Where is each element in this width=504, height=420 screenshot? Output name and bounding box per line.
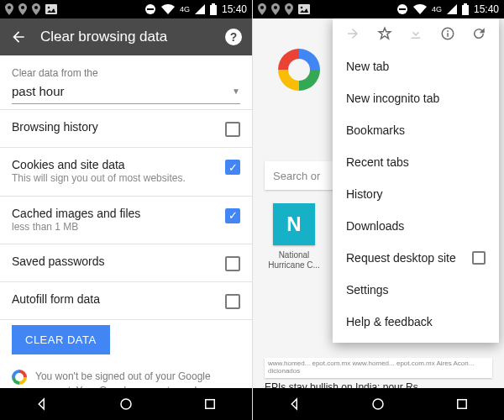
tile-letter: N [273,203,315,245]
checkbox[interactable] [225,208,240,223]
refresh-icon[interactable] [470,25,487,42]
search-input[interactable]: Search or [265,161,336,190]
option-sublabel: less than 1 MB [12,221,217,234]
timerange-label: Clear data from the [12,67,240,79]
nav-recent-icon[interactable] [454,396,470,412]
image-icon [45,4,57,14]
option-browsing-history[interactable]: Browsing history [12,110,240,147]
checkbox[interactable] [472,251,486,265]
option-cookies[interactable]: Cookies and site data This will sign you… [12,148,240,196]
svg-rect-0 [45,4,57,14]
option-label: Cookies and site data [12,158,217,171]
google-note-text: You won't be signed out of your Google a… [35,370,237,388]
nav-bar [253,388,504,420]
location-icon [5,3,13,15]
help-icon[interactable]: ? [225,29,242,45]
dnd-icon [396,3,408,15]
svg-point-9 [301,7,303,9]
location-icon [271,3,280,15]
location-icon [18,3,27,15]
chrome-home: Search or N National Hurricane C... DOGn… [253,18,504,388]
battery-icon [210,3,217,15]
status-bar: 4G 15:40 [253,0,504,18]
battery-icon [462,3,469,15]
signal-icon [195,4,205,14]
option-label: Saved passwords [12,255,217,268]
svg-rect-11 [399,8,406,10]
menu-settings[interactable]: Settings [333,274,499,306]
menu-new-tab[interactable]: New tab [333,50,499,82]
svg-rect-16 [447,33,449,37]
checkbox[interactable] [225,160,240,175]
phone-right: 4G 15:40 Search or N National Hurricane … [252,0,504,420]
menu-recent-tabs[interactable]: Recent tabs [333,146,499,178]
option-label: Autofill form data [12,292,217,306]
svg-point-1 [48,7,50,9]
google-logo-icon [12,370,27,385]
option-sublabel: This will sign you out of most websites. [12,172,217,186]
svg-rect-18 [458,400,467,409]
signal-icon [447,4,457,14]
option-passwords[interactable]: Saved passwords [12,244,240,281]
option-label: Cached images and files [12,207,217,220]
wifi-icon [413,4,427,14]
menu-request-desktop[interactable]: Request desktop site [333,242,499,274]
tile-label: National Hurricane C... [265,250,323,270]
nav-home-icon[interactable] [370,396,386,412]
option-autofill[interactable]: Autofill form data [12,282,240,319]
svg-point-6 [121,399,131,409]
nav-recent-icon[interactable] [202,396,218,412]
svg-rect-8 [298,4,310,14]
svg-rect-7 [206,400,215,409]
phone-left: 4G 15:40 Clear browsing data ? Clear dat… [0,0,252,420]
google-account-note: You won't be signed out of your Google a… [12,370,240,388]
page-title: Clear browsing data [40,29,212,45]
shortcut-tile[interactable]: N National Hurricane C... [265,203,323,270]
checkbox[interactable] [225,256,240,271]
menu-bookmarks[interactable]: Bookmarks [333,114,499,146]
location-icon [258,3,266,15]
info-icon[interactable] [439,25,456,42]
checkbox[interactable] [225,122,240,137]
menu-help[interactable]: Help & feedback [333,306,499,338]
signal-text: 4G [432,5,442,13]
download-icon[interactable] [407,25,424,42]
svg-point-17 [373,399,383,409]
timerange-dropdown[interactable]: past hour ▼ [12,79,240,104]
forward-icon[interactable] [344,25,361,42]
location-icon [32,3,40,15]
svg-rect-5 [212,3,215,5]
clear-data-content: Clear data from the past hour ▼ Browsing… [0,55,252,388]
dnd-icon [144,3,156,15]
svg-rect-3 [147,8,154,10]
nav-back-icon[interactable] [34,396,50,412]
checkbox[interactable] [225,294,240,309]
option-label: Browsing history [12,120,217,134]
menu-icon-row [333,18,499,50]
google-logo-icon [278,49,320,91]
star-icon[interactable] [376,25,393,42]
clock: 15:40 [474,3,499,15]
suggestion-card[interactable]: www.homed... epot.com.mx www.homed... ep… [265,358,492,378]
location-icon [285,3,293,15]
svg-rect-4 [210,5,217,15]
menu-new-incognito[interactable]: New incognito tab [333,82,499,114]
suggestion-cards: www.homed... epot.com.mx www.homed... ep… [265,358,492,378]
status-bar: 4G 15:40 [0,0,252,18]
option-cache[interactable]: Cached images and files less than 1 MB [12,197,240,244]
timerange-value: past hour [12,84,65,98]
wifi-icon [161,4,175,14]
back-icon[interactable] [10,29,27,45]
nav-home-icon[interactable] [118,396,134,412]
clear-data-button[interactable]: CLEAR DATA [12,325,110,354]
menu-downloads[interactable]: Downloads [333,210,499,242]
svg-point-15 [447,30,449,32]
image-icon [298,4,310,14]
nav-back-icon[interactable] [287,396,302,412]
svg-rect-13 [464,3,467,5]
article-headline[interactable]: EPIs stay bullish on India: pour Rs [265,381,418,388]
overflow-menu: New tab New incognito tab Bookmarks Rece… [333,18,499,343]
search-placeholder: Search or [273,170,320,182]
clock: 15:40 [222,3,247,15]
menu-history[interactable]: History [333,178,499,210]
